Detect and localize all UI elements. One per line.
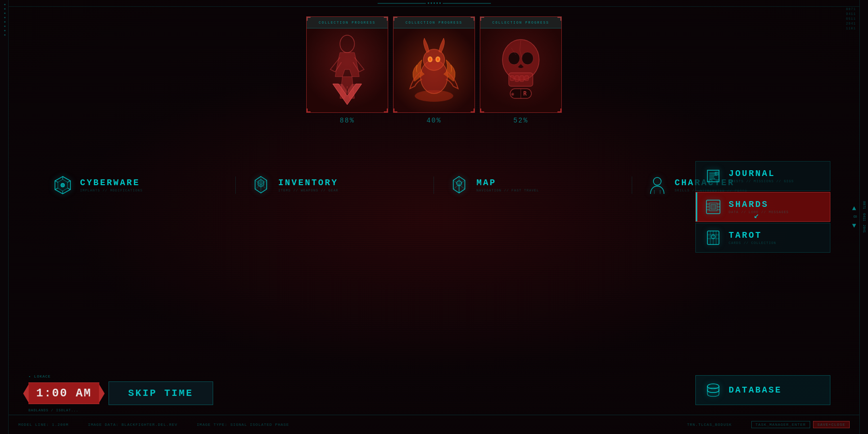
svg-rect-43	[711, 204, 716, 209]
map-label-group: MAP NAVIGATION // FAST TRAVEL	[476, 178, 539, 192]
journal-sub: QUESTS // MISSIONS // GIGS	[729, 179, 794, 183]
card-1-artwork	[307, 28, 388, 112]
time-box: • LOKACE 1:00 AM BADLANDS / ISOLAT...	[28, 382, 99, 404]
card-3-art: R ◉	[480, 28, 561, 112]
svg-text:◉: ◉	[511, 91, 514, 96]
time-display: • LOKACE 1:00 AM BADLANDS / ISOLAT...	[23, 382, 105, 404]
card-1-percent: 88%	[339, 117, 354, 124]
bottom-image-type: IMAGE TYPE: SIGNAL ISOLATED PHASE	[197, 422, 289, 427]
top-bar-line-left	[378, 3, 426, 4]
inventory-icon	[250, 175, 271, 196]
right-edge-item-3: 2041	[862, 225, 866, 233]
svg-text:R: R	[523, 90, 527, 97]
journal-label: JOURNAL	[729, 169, 794, 178]
tarot-sub: CARDS // COLLECTION	[729, 241, 776, 245]
skip-time-button[interactable]: SKIP TIME	[108, 381, 213, 405]
card-2-header-text: COLLECTION PROGRESS	[406, 21, 462, 25]
cursor-pointer: ↙	[754, 210, 820, 220]
right-edge-item-1: 8071	[862, 201, 866, 209]
bottom-bar: MODEL LINE: 1.200M IMAGE DATA: BLACKFIGH…	[9, 415, 859, 434]
nav-item-cyberware[interactable]: CYBERWARE IMPLANTS // MODIFICATIONS	[38, 171, 236, 200]
time-label-bottom: BADLANDS / ISOLAT...	[28, 408, 79, 412]
nav-item-map[interactable]: MAP NAVIGATION // FAST TRAVEL	[434, 171, 632, 200]
bottom-image-info: IMAGE DATA: BLACKFIGHTER.DEL.REV	[88, 422, 177, 427]
svg-rect-40	[715, 172, 718, 175]
card-2-demon-svg	[400, 33, 468, 108]
card-1-header: COLLECTION PROGRESS	[307, 17, 388, 28]
journal-label-group: JOURNAL QUESTS // MISSIONS // GIGS	[729, 169, 794, 183]
right-edge-item-2: 6411	[862, 213, 866, 221]
svg-rect-14	[520, 76, 524, 81]
card-1-art	[307, 28, 388, 112]
card-2-percent: 40%	[426, 117, 441, 124]
card-wrapper-3: COLLECTION PROGRESS	[480, 16, 562, 113]
svg-rect-15	[525, 76, 529, 81]
card-2-artwork	[393, 28, 475, 112]
bottom-save-close[interactable]: SAVE+CLOSE	[813, 421, 850, 428]
time-value: 1:00 AM	[36, 387, 92, 400]
database-label: DATABASE	[729, 385, 782, 395]
tarot-label-group: TAROT CARDS // COLLECTION	[729, 231, 776, 245]
database-button[interactable]: DATABASE	[695, 375, 830, 405]
scroll-label: 8	[852, 215, 857, 219]
scroll-down-arrow[interactable]: ▼	[852, 222, 857, 230]
inventory-sub: ITEMS // WEAPONS // GEAR	[278, 189, 339, 192]
svg-point-0	[340, 35, 354, 53]
char-card-3[interactable]: COLLECTION PROGRESS	[480, 16, 562, 124]
card-3-header-text: COLLECTION PROGRESS	[492, 21, 549, 25]
svg-point-10	[508, 52, 520, 65]
left-edge-text: ◆◆◆◆◆◆◆◆	[3, 2, 6, 37]
svg-line-26	[55, 188, 58, 190]
shards-label: SHARDS	[729, 200, 789, 209]
svg-point-11	[522, 52, 533, 65]
inventory-label: INVENTORY	[278, 178, 339, 188]
svg-rect-12	[510, 76, 514, 81]
left-edge-decoration: ◆◆◆◆◆◆◆◆	[0, 0, 9, 434]
map-icon	[448, 175, 470, 196]
svg-line-27	[55, 181, 58, 182]
cyberware-label-group: CYBERWARE IMPLANTS // MODIFICATIONS	[80, 178, 143, 192]
bottom-model-line: MODEL LINE: 1.200M	[18, 422, 68, 427]
character-cards-section: COLLECTION PROGRESS	[306, 16, 562, 124]
map-sub: NAVIGATION // FAST TRAVEL	[476, 189, 539, 192]
tarot-icon	[705, 230, 721, 245]
card-1-figure-svg	[313, 33, 381, 108]
top-edge-decoration	[9, 0, 859, 7]
svg-line-23	[68, 181, 70, 182]
database-label-group: DATABASE	[729, 385, 782, 395]
svg-point-6	[429, 58, 431, 61]
svg-line-24	[68, 188, 70, 190]
svg-rect-13	[515, 76, 519, 81]
card-wrapper-2: COLLECTION PROGRESS	[393, 16, 475, 113]
scroll-indicators: ▲ 8 ▼	[852, 204, 857, 230]
time-label-top: • LOKACE	[28, 374, 51, 379]
inventory-label-group: INVENTORY ITEMS // WEAPONS // GEAR	[278, 178, 339, 192]
cyberware-icon	[52, 175, 73, 196]
card-3-header: COLLECTION PROGRESS	[480, 17, 561, 28]
database-icon	[705, 382, 721, 398]
bottom-trigger-id: TRN.TLCAS_BODUSK	[687, 422, 732, 427]
right-edge-decoration: 8071 6411 2041	[859, 0, 868, 434]
char-card-2[interactable]: COLLECTION PROGRESS	[393, 16, 475, 124]
panel-item-journal[interactable]: JOURNAL QUESTS // MISSIONS // GIGS	[695, 161, 830, 191]
shards-icon	[705, 199, 721, 215]
top-dots	[428, 2, 441, 4]
svg-point-7	[437, 58, 439, 61]
panel-item-tarot[interactable]: TAROT CARDS // COLLECTION	[695, 223, 830, 253]
card-3-percent: 52%	[513, 117, 528, 124]
cyberware-sub: IMPLANTS // MODIFICATIONS	[80, 189, 143, 192]
main-content: COLLECTION PROGRESS	[9, 7, 859, 415]
map-label: MAP	[476, 178, 539, 188]
svg-point-21	[61, 183, 65, 187]
panel-item-shards[interactable]: SHARDS DATA // LORE // MESSAGES ↙	[695, 192, 830, 222]
scroll-up-arrow[interactable]: ▲	[852, 204, 857, 212]
bottom-task-manager[interactable]: TASK_MANAGER_ENTER	[751, 421, 810, 428]
skip-time-label: SKIP TIME	[128, 388, 193, 399]
right-side-panel: JOURNAL QUESTS // MISSIONS // GIGS	[695, 161, 830, 253]
card-2-art	[393, 28, 475, 112]
char-card-1[interactable]: COLLECTION PROGRESS	[306, 16, 388, 124]
bottom-left-controls: • LOKACE 1:00 AM BADLANDS / ISOLAT... SK…	[23, 381, 213, 405]
cyberware-label: CYBERWARE	[80, 178, 143, 188]
nav-item-inventory[interactable]: INVENTORY ITEMS // WEAPONS // GEAR	[236, 171, 434, 200]
top-bar-line-right	[443, 3, 491, 4]
